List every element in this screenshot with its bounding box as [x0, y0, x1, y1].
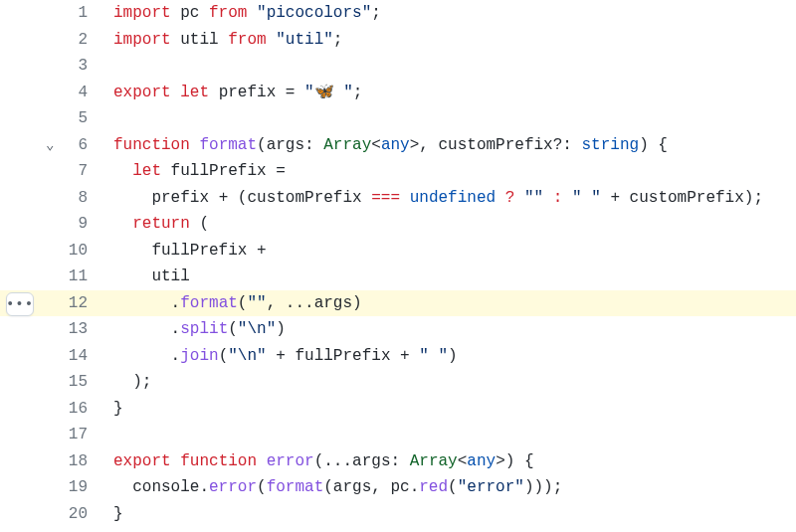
code-content[interactable]: .format("", ...args) [94, 290, 362, 317]
gutter[interactable]: 13 [0, 316, 94, 343]
line-number: 13 [64, 316, 88, 343]
gutter[interactable]: 16 [0, 396, 94, 423]
code-content[interactable]: .split("\n") [94, 316, 286, 343]
code-content[interactable]: import pc from "picocolors"; [94, 0, 381, 27]
code-line[interactable]: 5 [0, 105, 796, 132]
gutter[interactable]: ⌄6 [0, 132, 94, 159]
gutter[interactable]: 7 [0, 158, 94, 185]
code-line[interactable]: 2import util from "util"; [0, 27, 796, 54]
code-line[interactable]: 8 prefix + (customPrefix === undefined ?… [0, 185, 796, 212]
code-content[interactable]: } [94, 501, 123, 528]
code-content[interactable]: return ( [94, 211, 209, 238]
code-line[interactable]: ⌄6function format(args: Array<any>, cust… [0, 132, 796, 159]
line-number: 3 [64, 53, 88, 80]
line-number: 16 [64, 396, 88, 423]
gutter[interactable]: 20 [0, 501, 94, 528]
fold-chevron-icon[interactable]: ⌄ [46, 132, 54, 159]
line-number: 6 [64, 132, 88, 159]
line-number: 18 [64, 448, 88, 475]
line-number: 2 [64, 27, 88, 54]
code-line[interactable]: 3 [0, 53, 796, 80]
gutter[interactable]: 1 [0, 0, 94, 27]
code-line[interactable]: 10 fullPrefix + [0, 238, 796, 265]
code-line[interactable]: 1import pc from "picocolors"; [0, 0, 796, 27]
line-number: 5 [64, 105, 88, 132]
code-line[interactable]: 16} [0, 396, 796, 423]
line-number: 17 [64, 422, 88, 448]
line-number: 14 [64, 343, 88, 370]
line-number: 12 [64, 290, 88, 317]
gutter[interactable]: 11 [0, 264, 94, 290]
gutter[interactable]: 8 [0, 185, 94, 212]
code-line[interactable]: 4export let prefix = "🦋 "; [0, 80, 796, 106]
code-editor: 1import pc from "picocolors";2import uti… [0, 0, 796, 532]
gutter[interactable]: 14 [0, 343, 94, 370]
code-line[interactable]: 7 let fullPrefix = [0, 158, 796, 185]
gutter[interactable]: 17 [0, 422, 94, 448]
line-actions-button[interactable]: ••• [6, 292, 34, 316]
gutter[interactable]: 2 [0, 27, 94, 54]
line-number: 1 [64, 0, 88, 27]
gutter[interactable]: 18 [0, 448, 94, 475]
code-content[interactable]: } [94, 396, 123, 423]
code-line[interactable]: 13 .split("\n") [0, 316, 796, 343]
code-content[interactable]: function format(args: Array<any>, custom… [94, 132, 668, 159]
line-number: 10 [64, 238, 88, 265]
line-number: 4 [64, 80, 88, 106]
line-number: 7 [64, 158, 88, 185]
code-content[interactable]: console.error(format(args, pc.red("error… [94, 474, 562, 501]
code-content[interactable]: export let prefix = "🦋 "; [94, 80, 362, 106]
code-content[interactable]: export function error(...args: Array<any… [94, 448, 534, 475]
line-number: 15 [64, 369, 88, 396]
code-line[interactable]: 20} [0, 501, 796, 528]
code-content[interactable]: util [94, 264, 190, 290]
code-content[interactable]: prefix + (customPrefix === undefined ? "… [94, 185, 763, 212]
code-line[interactable]: 19 console.error(format(args, pc.red("er… [0, 474, 796, 501]
code-content[interactable]: import util from "util"; [94, 27, 342, 54]
line-number: 11 [64, 264, 88, 290]
code-line[interactable]: 11 util [0, 264, 796, 290]
line-number: 8 [64, 185, 88, 212]
code-content[interactable]: .join("\n" + fullPrefix + " ") [94, 343, 458, 370]
gutter[interactable]: 10 [0, 238, 94, 265]
code-line[interactable]: 9 return ( [0, 211, 796, 238]
code-line[interactable]: 12 .format("", ...args) [0, 290, 796, 317]
code-content[interactable]: let fullPrefix = [94, 158, 286, 185]
gutter[interactable]: 15 [0, 369, 94, 396]
code-line[interactable]: 17 [0, 422, 796, 448]
code-content[interactable]: ); [94, 369, 151, 396]
line-number: 19 [64, 474, 88, 501]
gutter[interactable]: 9 [0, 211, 94, 238]
line-number: 9 [64, 211, 88, 238]
gutter[interactable]: 5 [0, 105, 94, 132]
gutter[interactable]: 3 [0, 53, 94, 80]
code-content[interactable]: fullPrefix + [94, 238, 267, 265]
gutter[interactable]: 19 [0, 474, 94, 501]
line-number: 20 [64, 501, 88, 528]
code-line[interactable]: 14 .join("\n" + fullPrefix + " ") [0, 343, 796, 370]
code-line[interactable]: 15 ); [0, 369, 796, 396]
gutter[interactable]: 4 [0, 80, 94, 106]
code-line[interactable]: 18export function error(...args: Array<a… [0, 448, 796, 475]
